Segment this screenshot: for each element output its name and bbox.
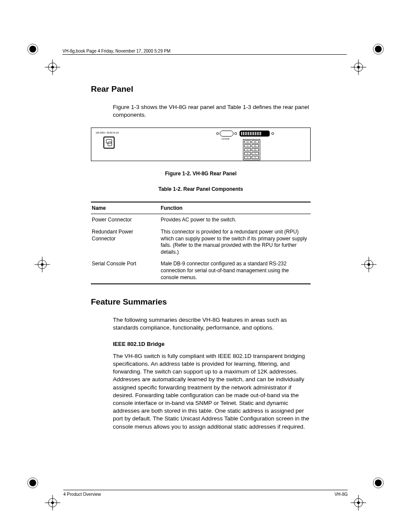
section-heading-feature-summaries: Feature Summaries (91, 297, 311, 307)
svg-point-19 (367, 263, 370, 266)
page: VH-8g.book Page 4 Friday, November 17, 2… (0, 0, 411, 532)
table-header-row: Name Function (91, 202, 311, 214)
col-header-function: Function (160, 202, 311, 214)
rpu-connector-icon (240, 131, 270, 137)
pin-grid-icon: 5VNC 12NC 12NC GG GG (243, 139, 260, 160)
footer-right: VH-8G (334, 492, 348, 497)
cell-function: Provides AC power to the switch. (160, 214, 311, 226)
rear-panel-components-table: Name Function Power Connector Provides A… (91, 202, 311, 284)
subheading-ieee-bridge: IEEE 802.1D Bridge (113, 341, 311, 347)
table-row: Power Connector Provides AC power to the… (91, 214, 311, 226)
registration-mark-icon (361, 257, 377, 272)
registration-mark-icon (351, 495, 366, 510)
page-content: Rear Panel Figure 1-3 shows the VH-8G re… (91, 84, 311, 431)
feature-intro: The following summaries describe VH-8G f… (113, 316, 311, 332)
registration-mark-icon (25, 41, 40, 57)
header-text: VH-8g.book Page 4 Friday, November 17, 2… (62, 49, 171, 53)
screw-icon (234, 132, 237, 135)
screw-icon (271, 132, 274, 135)
figure-caption: Figure 1-2. VH-8G Rear Panel (91, 171, 311, 177)
console-label: Console (221, 137, 229, 140)
registration-mark-icon (45, 59, 60, 75)
cell-name: Serial Console Port (91, 258, 160, 284)
screw-icon (216, 132, 219, 135)
figure-rear-panel: 100-240V~ 50-60 Hz 2A Console 5VNC 12NC … (91, 128, 311, 161)
col-header-name: Name (91, 202, 160, 214)
cell-name: Redundant Power Connector (91, 226, 160, 258)
svg-point-31 (51, 501, 54, 504)
registration-mark-icon (45, 495, 60, 510)
table-row: Redundant Power Connector This connector… (91, 226, 311, 258)
feature-summaries-body: The following summaries describe VH-8G f… (113, 316, 311, 431)
figure-product-label: 100-240V~ 50-60 Hz 2A (96, 131, 119, 134)
svg-point-35 (357, 501, 360, 504)
ieee-bridge-body: The VH-8G switch is fully compliant with… (113, 352, 311, 431)
power-connector-icon (103, 137, 115, 149)
rear-panel-intro: Figure 1-3 shows the VH-8G rear panel an… (113, 103, 311, 119)
cell-function: Male DB-9 connector configured as a stan… (160, 258, 311, 284)
registration-mark-icon (371, 475, 386, 491)
table-caption: Table 1-2. Rear Panel Components (91, 186, 311, 192)
svg-point-23 (51, 66, 54, 68)
registration-mark-icon (371, 41, 386, 57)
serial-port-icon (220, 131, 234, 137)
section-heading-rear-panel: Rear Panel (91, 84, 311, 94)
svg-point-27 (357, 66, 360, 68)
registration-mark-icon (351, 59, 366, 75)
page-footer: 4 Product Overview VH-8G (63, 490, 348, 497)
table-row: Serial Console Port Male DB-9 connector … (91, 258, 311, 284)
cell-name: Power Connector (91, 214, 160, 226)
registration-mark-icon (34, 257, 50, 272)
svg-point-15 (41, 263, 44, 266)
cell-function: This connector is provided for a redunda… (160, 226, 311, 258)
footer-left: 4 Product Overview (63, 492, 101, 497)
page-header: VH-8g.book Page 4 Friday, November 17, 2… (62, 49, 347, 55)
registration-mark-icon (25, 475, 40, 491)
